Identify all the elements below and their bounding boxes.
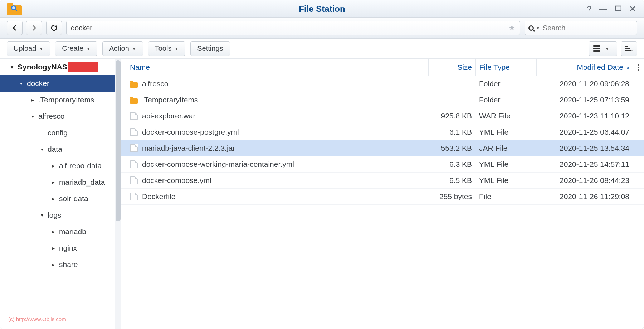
cell-name: docker-compose-working-maria-container.y… <box>142 160 294 169</box>
file-station-window: File Station ? — ✕ docker ★ ▾ <box>0 0 644 329</box>
file-icon <box>130 144 138 152</box>
refresh-button[interactable] <box>46 21 62 35</box>
tree-item-temporaryitems[interactable]: .TemporaryItems <box>0 92 121 108</box>
nav-buttons <box>7 21 42 35</box>
cell-size: 6.3 KB <box>428 160 475 169</box>
cell-name: docker-compose.yml <box>142 176 211 185</box>
table-row[interactable]: alfrescoFolder2020-11-20 09:06:28 <box>121 76 644 92</box>
cell-type: File <box>475 192 536 201</box>
cell-modified: 2020-11-25 13:54:34 <box>536 144 633 153</box>
cell-name: Dockerfile <box>142 192 175 201</box>
minimize-icon[interactable]: — <box>599 5 607 13</box>
action-button[interactable]: Action▼ <box>102 41 143 56</box>
path-input[interactable]: docker ★ <box>66 21 520 35</box>
tree-item-mariadb[interactable]: mariadb <box>0 223 121 240</box>
cell-size: 925.8 KB <box>428 112 475 120</box>
tree-item-share[interactable]: share <box>0 256 121 273</box>
chevron-down-icon: ▼ <box>132 46 136 51</box>
search-icon[interactable]: ▾ <box>528 24 539 32</box>
cell-modified: 2020-11-23 11:10:12 <box>536 112 633 120</box>
body: SynologyNAS docker .TemporaryItems alfre… <box>0 59 644 329</box>
tree-item-data[interactable]: data <box>0 141 121 158</box>
tree-item-mariadb-data[interactable]: mariadb_data <box>0 174 121 190</box>
cell-type: JAR File <box>475 144 536 153</box>
svg-rect-0 <box>615 6 621 11</box>
file-icon <box>130 112 138 120</box>
tree-item-alfresco[interactable]: alfresco <box>0 108 121 125</box>
tree-item-nginx[interactable]: nginx <box>0 240 121 256</box>
file-icon <box>130 128 138 136</box>
col-modified[interactable]: Modified Date <box>536 59 633 76</box>
cell-type: Folder <box>475 96 536 104</box>
chevron-down-icon: ▼ <box>605 46 609 51</box>
upload-button[interactable]: Upload▼ <box>7 41 50 56</box>
app-title: File Station <box>299 4 345 14</box>
favorite-icon[interactable]: ★ <box>508 23 516 33</box>
cell-name: .TemporaryItems <box>142 96 198 104</box>
grid-body: alfrescoFolder2020-11-20 09:06:28.Tempor… <box>121 76 644 329</box>
table-row[interactable]: docker-compose-working-maria-container.y… <box>121 156 644 173</box>
cell-size: 6.1 KB <box>428 128 475 136</box>
cell-type: YML File <box>475 176 536 185</box>
chevron-down-icon: ▼ <box>174 46 179 51</box>
col-type[interactable]: File Type <box>475 59 536 76</box>
toolbar: Upload▼ Create▼ Action▼ Tools▼ Settings … <box>0 39 644 59</box>
cell-modified: 2020-11-20 09:06:28 <box>536 79 633 88</box>
settings-button[interactable]: Settings <box>190 41 230 56</box>
folder-icon <box>130 80 138 88</box>
help-icon[interactable]: ? <box>587 5 591 13</box>
cell-type: YML File <box>475 128 536 136</box>
cell-name: alfresco <box>142 79 169 88</box>
cell-name: mariadb-java-client-2.2.3.jar <box>142 144 235 153</box>
tree-scrollbar[interactable] <box>115 59 121 329</box>
cell-size: 6.5 KB <box>428 176 475 185</box>
cell-name: api-explorer.war <box>142 112 195 120</box>
table-row[interactable]: .TemporaryItemsFolder2020-11-25 07:13:59 <box>121 92 644 108</box>
table-row[interactable]: docker-compose.yml6.5 KBYML File2020-11-… <box>121 173 644 189</box>
tree-root[interactable]: SynologyNAS <box>0 59 121 75</box>
tree-item-logs[interactable]: logs <box>0 207 121 223</box>
sort-button[interactable]: ↓ <box>621 41 637 56</box>
tree-item-alf-repo-data[interactable]: alf-repo-data <box>0 158 121 174</box>
tree-item-config[interactable]: config <box>0 125 121 141</box>
file-icon <box>130 160 138 168</box>
table-row[interactable]: mariadb-java-client-2.2.3.jar553.2 KBJAR… <box>121 140 644 156</box>
back-button[interactable] <box>7 21 23 35</box>
grid-header: Name Size File Type Modified Date ⋮ <box>121 59 644 76</box>
table-row[interactable]: Dockerfile255 bytesFile2020-11-26 11:29:… <box>121 189 644 205</box>
cell-modified: 2020-11-25 07:13:59 <box>536 96 633 104</box>
col-more-icon[interactable]: ⋮ <box>633 59 644 76</box>
file-grid: Name Size File Type Modified Date ⋮ alfr… <box>121 59 644 329</box>
maximize-icon[interactable] <box>615 5 621 13</box>
create-button[interactable]: Create▼ <box>55 41 97 56</box>
window-controls: ? — ✕ <box>587 5 644 13</box>
chevron-down-icon: ▼ <box>39 46 43 51</box>
table-row[interactable]: api-explorer.war925.8 KBWAR File2020-11-… <box>121 108 644 124</box>
cell-size: 553.2 KB <box>428 144 475 153</box>
path-value: docker <box>71 24 92 32</box>
chevron-down-icon: ▼ <box>86 46 91 51</box>
cell-type: WAR File <box>475 112 536 120</box>
col-name[interactable]: Name <box>126 63 428 72</box>
close-icon[interactable]: ✕ <box>629 5 636 13</box>
search-input[interactable] <box>542 24 634 33</box>
redacted-block <box>68 62 98 72</box>
tree-item-solr-data[interactable]: solr-data <box>0 190 121 207</box>
cell-size: 255 bytes <box>428 192 475 201</box>
search-box[interactable]: ▾ <box>525 21 637 35</box>
forward-button[interactable] <box>26 21 42 35</box>
cell-modified: 2020-11-25 06:44:07 <box>536 128 633 136</box>
folder-icon <box>130 96 138 104</box>
view-mode-button[interactable]: ▼ <box>589 41 617 56</box>
cell-type: YML File <box>475 160 536 169</box>
table-row[interactable]: docker-compose-postgre.yml6.1 KBYML File… <box>121 124 644 140</box>
titlebar: File Station ? — ✕ <box>0 0 644 18</box>
tree-item-docker[interactable]: docker <box>0 75 121 92</box>
cell-type: Folder <box>475 79 536 88</box>
copyright-watermark: (c) http://www.Objis.com <box>8 316 66 322</box>
col-size[interactable]: Size <box>428 59 475 76</box>
cell-modified: 2020-11-26 08:44:23 <box>536 176 633 185</box>
tools-button[interactable]: Tools▼ <box>148 41 186 56</box>
file-icon <box>130 176 138 184</box>
cell-modified: 2020-11-25 14:57:11 <box>536 160 633 169</box>
